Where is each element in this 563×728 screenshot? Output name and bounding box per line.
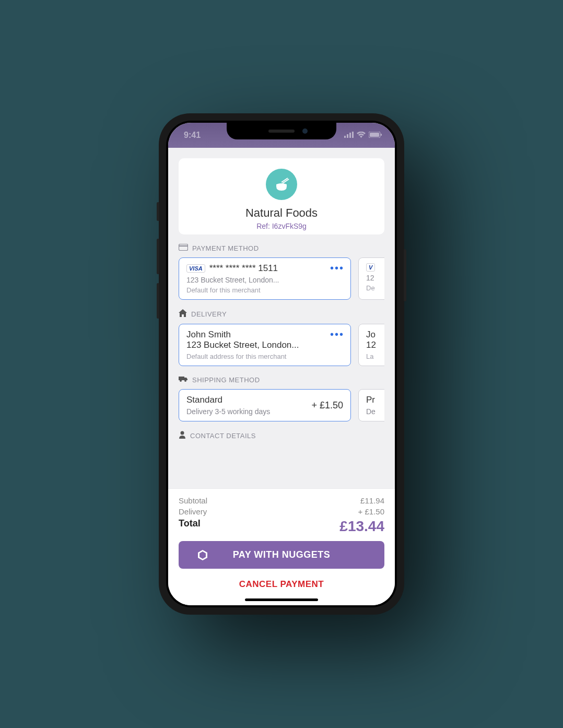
svg-rect-3 [352,132,354,138]
home-indicator[interactable] [245,598,318,601]
svg-rect-11 [179,377,184,380]
payment-card-next[interactable]: V 12 De [358,257,384,300]
mute-switch [157,202,159,221]
shipping-name: Standard [186,395,270,405]
svg-rect-0 [344,136,346,138]
battery-icon [369,131,382,140]
truck-icon [179,375,188,384]
total-label: Total [179,518,201,535]
pay-button[interactable]: PAY WITH NUGGETS [179,541,384,569]
merchant-name: Natural Foods [179,206,384,220]
power-button [404,249,406,301]
svg-point-13 [184,380,186,382]
svg-rect-6 [381,134,382,136]
payment-card-selected[interactable]: ••• VISA **** **** **** 1511 123 Bucket … [179,257,351,300]
volume-up [157,239,159,274]
delivery-card-next[interactable]: Jo 12 La [358,324,384,366]
card-address: 123 Bucket Street, London... [186,276,343,284]
delivery-name: John Smith [186,330,343,340]
shipping-desc: Delivery 3-5 working days [186,407,270,416]
merchant-ref: Ref: I6zvFkS9g [179,222,384,230]
signal-icon [344,131,354,140]
merchant-card: Natural Foods Ref: I6zvFkS9g [179,158,384,234]
visa-badge: V [366,263,375,272]
delivery-label: Delivery [179,507,207,516]
merchant-logo [266,169,297,200]
section-label: SHIPPING METHOD [192,376,260,384]
subtotal-label: Subtotal [179,496,207,505]
delivery-value: + £1.50 [358,507,384,516]
card-number: **** **** **** 1511 [209,263,278,274]
status-time: 9:41 [184,131,201,140]
total-value: £13.44 [339,518,384,535]
visa-badge: VISA [186,264,205,273]
wifi-icon [357,131,366,140]
section-payment: PAYMENT METHOD ••• VISA **** **** **** 1… [168,234,395,300]
shipping-card-selected[interactable]: Standard Delivery 3-5 working days + £1.… [179,389,351,421]
svg-rect-1 [347,134,348,138]
more-icon[interactable]: ••• [330,328,344,340]
svg-point-12 [180,380,182,382]
nuggets-icon [196,549,209,561]
section-contact: CONTACT DETAILS [168,421,395,440]
volume-down [157,283,159,319]
home-icon [179,309,187,319]
svg-rect-9 [179,244,188,251]
pay-button-label: PAY WITH NUGGETS [233,549,331,560]
svg-point-14 [181,431,184,435]
svg-rect-2 [349,133,351,138]
section-shipping: SHIPPING METHOD Standard Delivery 3-5 wo… [168,366,395,421]
section-label: CONTACT DETAILS [190,432,256,440]
phone-frame: 9:41 [159,113,404,615]
screen: 9:41 [168,123,395,605]
section-delivery: DELIVERY ••• John Smith 123 Bucket Stree… [168,300,395,366]
person-icon [179,431,186,440]
delivery-note: Default address for this merchant [186,353,343,360]
cancel-button[interactable]: CANCEL PAYMENT [179,579,384,590]
delivery-address: 123 Bucket Street, London... [186,340,343,350]
shipping-card-next[interactable]: Pr De [358,389,384,421]
shipping-price: + £1.50 [311,400,343,411]
notch [227,123,336,139]
checkout-footer: Subtotal £11.94 Delivery + £1.50 Total £… [168,488,395,605]
section-label: DELIVERY [191,310,227,318]
section-label: PAYMENT METHOD [192,244,259,252]
delivery-card-selected[interactable]: ••• John Smith 123 Bucket Street, London… [179,324,351,366]
card-icon [179,244,188,252]
subtotal-value: £11.94 [360,496,384,505]
card-note: Default for this merchant [186,286,343,294]
svg-rect-5 [370,133,379,137]
more-icon[interactable]: ••• [330,262,344,274]
